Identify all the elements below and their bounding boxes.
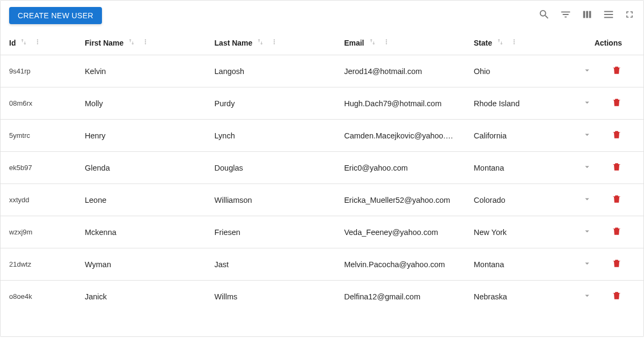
cell-last-name: Friesen — [206, 216, 336, 248]
search-icon[interactable] — [538, 9, 550, 23]
cell-email: Delfina12@gmail.com — [335, 281, 465, 313]
cell-state: Rhode Island — [465, 87, 557, 120]
cell-id: 5ymtrc — [1, 120, 76, 152]
table-row: xxtyddLeoneWilliamsonEricka_Mueller52@ya… — [1, 184, 643, 216]
sort-icon[interactable] — [257, 38, 264, 47]
cell-first-name: Glenda — [76, 152, 206, 184]
cell-actions — [557, 281, 643, 313]
toolbar-icon-group — [538, 9, 635, 23]
density-icon[interactable] — [603, 9, 614, 23]
cell-last-name: Williamson — [206, 184, 336, 216]
cell-last-name: Lynch — [206, 120, 336, 152]
delete-icon[interactable] — [611, 290, 622, 303]
cell-actions — [557, 216, 643, 248]
column-label: Last Name — [215, 39, 253, 47]
column-header-first-name[interactable]: First Name — [76, 31, 206, 55]
cell-actions — [557, 120, 643, 152]
delete-icon[interactable] — [611, 161, 622, 174]
row-expand-icon[interactable] — [582, 194, 592, 205]
cell-id: xxtydd — [1, 184, 76, 216]
row-expand-icon[interactable] — [582, 98, 592, 109]
filter-icon[interactable] — [560, 9, 572, 23]
user-table: Id First Name Last Name — [1, 31, 643, 312]
cell-email: Melvin.Pacocha@yahoo.com — [335, 248, 465, 281]
table-header: Id First Name Last Name — [1, 31, 643, 55]
column-menu-icon[interactable] — [142, 38, 149, 47]
column-label: Actions — [595, 39, 622, 47]
column-header-last-name[interactable]: Last Name — [206, 31, 336, 55]
table-row: 5ymtrcHenryLynchCamden.Macejkovic@yahoo.… — [1, 120, 643, 152]
cell-state: Montana — [465, 152, 557, 184]
cell-email: Veda_Feeney@yahoo.com — [335, 216, 465, 248]
row-expand-icon[interactable] — [582, 162, 592, 173]
cell-email: Hugh.Dach79@hotmail.com — [335, 87, 465, 120]
table-row: 08m6rxMollyPurdyHugh.Dach79@hotmail.comR… — [1, 87, 643, 120]
column-label: State — [474, 39, 492, 47]
cell-id: wzxj9m — [1, 216, 76, 248]
column-menu-icon[interactable] — [34, 38, 41, 47]
column-menu-icon[interactable] — [383, 38, 390, 47]
delete-icon[interactable] — [611, 194, 622, 206]
cell-first-name: Leone — [76, 184, 206, 216]
table-row: wzxj9mMckennaFriesenVeda_Feeney@yahoo.co… — [1, 216, 643, 248]
column-header-id[interactable]: Id — [1, 31, 76, 55]
table-toolbar: CREATE NEW USER — [1, 1, 643, 31]
create-new-user-button[interactable]: CREATE NEW USER — [9, 7, 102, 24]
delete-icon[interactable] — [611, 65, 622, 77]
delete-icon[interactable] — [611, 226, 622, 238]
cell-state: Montana — [465, 248, 557, 281]
cell-email: Camden.Macejkovic@yahoo.com — [335, 120, 465, 152]
cell-email: Eric0@yahoo.com — [335, 152, 465, 184]
cell-last-name: Purdy — [206, 87, 336, 120]
cell-state: Colorado — [465, 184, 557, 216]
table-row: o8oe4kJanickWillmsDelfina12@gmail.comNeb… — [1, 281, 643, 313]
column-header-state[interactable]: State — [465, 31, 557, 55]
cell-first-name: Janick — [76, 281, 206, 313]
column-label: First Name — [85, 39, 123, 47]
delete-icon[interactable] — [611, 97, 622, 109]
cell-actions — [557, 87, 643, 120]
cell-id: 21dwtz — [1, 248, 76, 281]
row-expand-icon[interactable] — [582, 130, 592, 141]
cell-last-name: Jast — [206, 248, 336, 281]
cell-actions — [557, 184, 643, 216]
column-header-actions: Actions — [557, 31, 643, 55]
row-expand-icon[interactable] — [582, 65, 592, 77]
cell-id: ek5b97 — [1, 152, 76, 184]
cell-actions — [557, 248, 643, 281]
sort-icon[interactable] — [20, 38, 27, 47]
column-header-email[interactable]: Email — [335, 31, 465, 55]
cell-first-name: Molly — [76, 87, 206, 120]
column-menu-icon[interactable] — [270, 38, 278, 47]
sort-icon[interactable] — [128, 38, 135, 47]
table-body: 9s41rpKelvinLangoshJerod14@hotmail.comOh… — [1, 55, 643, 313]
row-expand-icon[interactable] — [582, 259, 592, 270]
cell-last-name: Langosh — [206, 55, 336, 87]
cell-state: California — [465, 120, 557, 152]
cell-last-name: Willms — [206, 281, 336, 313]
sort-icon[interactable] — [369, 38, 376, 47]
cell-first-name: Wyman — [76, 248, 206, 281]
delete-icon[interactable] — [611, 129, 622, 142]
data-table-container: CREATE NEW USER — [0, 0, 644, 337]
cell-state: Ohio — [465, 55, 557, 87]
sort-icon[interactable] — [496, 38, 504, 47]
column-menu-icon[interactable] — [510, 38, 518, 47]
row-expand-icon[interactable] — [582, 291, 592, 302]
cell-email: Jerod14@hotmail.com — [335, 55, 465, 87]
cell-actions — [557, 152, 643, 184]
cell-email: Ericka_Mueller52@yahoo.com — [335, 184, 465, 216]
cell-id: o8oe4k — [1, 281, 76, 313]
cell-id: 9s41rp — [1, 55, 76, 87]
table-row: 9s41rpKelvinLangoshJerod14@hotmail.comOh… — [1, 55, 643, 87]
cell-first-name: Henry — [76, 120, 206, 152]
column-label: Email — [344, 39, 364, 47]
delete-icon[interactable] — [611, 258, 622, 270]
columns-icon[interactable] — [581, 9, 593, 23]
column-label: Id — [9, 39, 16, 47]
cell-last-name: Douglas — [206, 152, 336, 184]
row-expand-icon[interactable] — [582, 226, 592, 238]
cell-state: Nebraska — [465, 281, 557, 313]
fullscreen-icon[interactable] — [624, 9, 635, 22]
cell-state: New York — [465, 216, 557, 248]
